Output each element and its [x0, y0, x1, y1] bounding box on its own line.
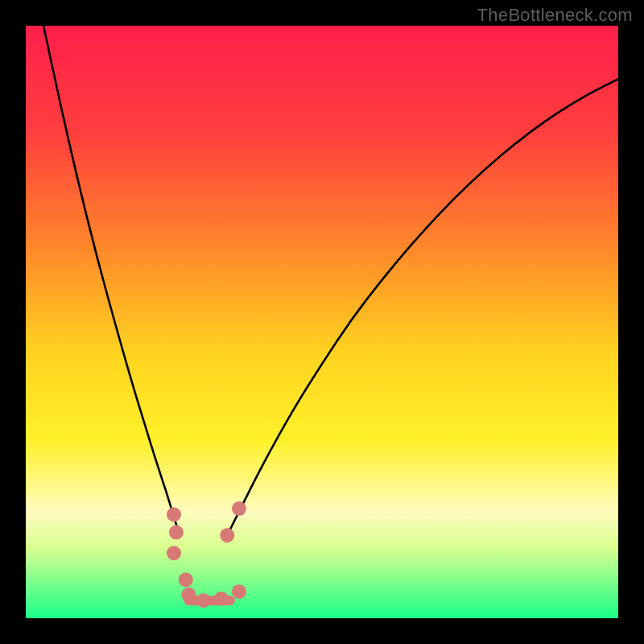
data-marker	[220, 528, 234, 543]
data-marker	[232, 584, 246, 599]
data-marker	[167, 507, 181, 522]
watermark-text: TheBottleneck.com	[477, 5, 633, 26]
data-marker	[169, 525, 184, 539]
data-marker	[196, 593, 211, 608]
data-marker	[179, 572, 193, 587]
bottleneck-chart	[0, 0, 644, 644]
data-marker	[232, 502, 246, 516]
data-marker	[214, 592, 229, 606]
data-marker	[167, 546, 181, 560]
chart-container: TheBottleneck.com	[0, 0, 644, 644]
data-marker	[181, 588, 196, 602]
